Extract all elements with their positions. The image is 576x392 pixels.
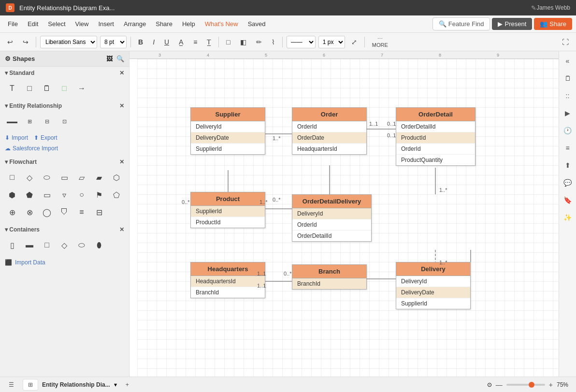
section-flowchart[interactable]: ▾ Flowchart ✕	[0, 156, 129, 168]
zoom-in-button[interactable]: +	[549, 381, 553, 389]
arrow-shape[interactable]: →	[74, 81, 89, 96]
text-format-button[interactable]: T̲	[203, 36, 215, 48]
fc-s4[interactable]: ▭	[40, 188, 54, 202]
page-dropdown-icon[interactable]: ▾	[114, 381, 117, 388]
edit-icon[interactable]: ✎	[531, 4, 536, 12]
branch-entity[interactable]: Branch BranchId	[292, 264, 367, 290]
menu-insert[interactable]: Insert	[94, 18, 118, 29]
zoom-slider[interactable]	[506, 384, 545, 386]
fc-shield[interactable]: ⛉	[57, 205, 72, 219]
fc-flag[interactable]: ⚑	[92, 188, 106, 202]
more-button[interactable]: ⋯MORE	[369, 34, 391, 50]
menu-edit[interactable]: Edit	[24, 18, 42, 29]
zoom-out-button[interactable]: —	[496, 381, 503, 389]
upload-icon[interactable]: ⬆	[561, 159, 575, 172]
menu-file[interactable]: File	[4, 18, 22, 29]
undo-button[interactable]: ↩	[4, 36, 16, 48]
close-flowchart-icon[interactable]: ✕	[119, 159, 124, 165]
menu-share[interactable]: Share	[152, 18, 176, 29]
fc-circle[interactable]: ○	[74, 188, 89, 202]
waypoint-button[interactable]: ⤢	[348, 36, 360, 48]
color-rect-shape[interactable]: □	[57, 81, 72, 96]
section-er[interactable]: ▾ Entity Relationship ✕	[0, 100, 129, 112]
comment-icon[interactable]: 💬	[561, 176, 575, 189]
share-button[interactable]: 👥 Share	[534, 18, 572, 30]
fullscreen-button[interactable]: ⛶	[559, 36, 572, 48]
fc-lines2[interactable]: ⊟	[92, 205, 106, 219]
video-icon[interactable]: ▶	[561, 106, 575, 120]
order-entity[interactable]: Order OrderId OrderDate HeadquartersId	[292, 107, 367, 155]
menu-select[interactable]: Select	[44, 18, 69, 29]
fc-diamond[interactable]: ◇	[22, 170, 37, 185]
close-er-icon[interactable]: ✕	[119, 102, 124, 109]
close-containers-icon[interactable]: ✕	[119, 226, 124, 233]
fc-rect[interactable]: □	[5, 170, 19, 185]
list-view-tab[interactable]: ☰	[4, 379, 19, 390]
font-size-select[interactable]: 8 pt	[100, 36, 127, 48]
cont-3[interactable]: □	[40, 238, 54, 252]
supplier-entity[interactable]: Supplier DeliveryId DeliveryDate Supplie…	[190, 107, 265, 155]
search-icon[interactable]: 🔍	[116, 55, 124, 62]
menu-saved[interactable]: Saved	[244, 18, 270, 29]
er-shape-2[interactable]: ⊞	[22, 114, 37, 129]
underline-button[interactable]: U	[161, 36, 173, 48]
salesforce-import-button[interactable]: ☁ Salesforce Import	[0, 144, 129, 156]
cont-4[interactable]: ◇	[57, 238, 72, 252]
er-shape-3[interactable]: ⊟	[40, 114, 54, 129]
grid-view-tab[interactable]: ⊞	[23, 379, 38, 391]
feature-find-button[interactable]: 🔍 Feature Find	[432, 17, 490, 30]
close-standard-icon[interactable]: ✕	[119, 70, 124, 76]
fc-dbl-rect[interactable]: ▭	[57, 170, 72, 185]
cont-5[interactable]: ⬭	[74, 238, 89, 252]
cont-1[interactable]: ▯	[5, 238, 19, 252]
connection-button[interactable]: ⌇	[268, 36, 278, 48]
fill-button[interactable]: □	[223, 36, 233, 48]
add-page-button[interactable]: +	[121, 379, 134, 390]
orderdetaildelivery-entity[interactable]: OrderDetailDelivery DeliveryId OrderId O…	[292, 194, 372, 242]
fc-s1[interactable]: ⬡	[109, 170, 124, 185]
menu-help[interactable]: Help	[178, 18, 199, 29]
menu-view[interactable]: View	[72, 18, 93, 29]
fc-s3[interactable]: ⬟	[22, 188, 37, 202]
import-button[interactable]: ⬇ Import	[5, 134, 28, 141]
fill-color-button[interactable]: ◧	[237, 36, 250, 48]
fc-lines1[interactable]: ≡	[74, 205, 89, 219]
italic-button[interactable]: I	[149, 36, 158, 48]
fc-oval[interactable]: ⬭	[40, 170, 54, 185]
layers-icon[interactable]: ≡	[561, 141, 575, 155]
fc-round[interactable]: ◯	[40, 205, 54, 219]
image-icon[interactable]: 🖼	[106, 55, 113, 62]
menu-arrange[interactable]: Arrange	[120, 18, 150, 29]
fc-para2[interactable]: ▰	[92, 170, 106, 185]
fc-para[interactable]: ▱	[74, 170, 89, 185]
redo-button[interactable]: ↪	[19, 36, 32, 48]
product-entity[interactable]: Product SupplierId ProductId	[190, 192, 265, 228]
present-button[interactable]: ▶ Present	[492, 18, 532, 30]
fc-x[interactable]: ⊗	[22, 205, 37, 219]
er-shape-1[interactable]: ▬▬	[5, 114, 19, 129]
line-color-button[interactable]: ✏	[253, 36, 265, 48]
orderdetail-entity[interactable]: OrderDetail OrderDetailId ProductId Orde…	[396, 107, 475, 166]
fc-s5[interactable]: ▿	[57, 188, 72, 202]
line-style-select[interactable]: ——	[287, 36, 316, 48]
cont-2[interactable]: ▬	[22, 238, 37, 252]
canvas[interactable]: Supplier DeliveryId DeliveryDate Supplie…	[137, 59, 559, 377]
align-left-button[interactable]: ≡	[190, 36, 201, 48]
fc-pentagon[interactable]: ⬠	[109, 188, 124, 202]
headquarters-entity[interactable]: Headquarters HeadquartersId BranchId	[190, 262, 265, 298]
er-shape-4[interactable]: ⊡	[57, 114, 72, 129]
line-width-select[interactable]: 1 px	[318, 36, 345, 48]
collapse-right-icon[interactable]: «	[561, 54, 575, 68]
note-shape[interactable]: 🗒	[40, 81, 54, 96]
section-containers[interactable]: ▾ Containers ✕	[0, 223, 129, 236]
delivery-entity[interactable]: Delivery DeliveryId DeliveryDate Supplie…	[396, 262, 471, 309]
font-color-button[interactable]: A̲	[175, 36, 187, 48]
pages-icon[interactable]: ::	[561, 89, 575, 102]
clock-icon[interactable]: 🕐	[561, 124, 575, 137]
export-button[interactable]: ⬆ Export	[34, 134, 58, 141]
import-data-button[interactable]: ⬛ Import Data	[0, 256, 129, 269]
bold-button[interactable]: B	[135, 36, 146, 48]
font-select[interactable]: Liberation Sans	[40, 36, 97, 48]
format-icon[interactable]: 🗒	[561, 72, 575, 85]
magic-icon[interactable]: ✨	[561, 211, 575, 224]
